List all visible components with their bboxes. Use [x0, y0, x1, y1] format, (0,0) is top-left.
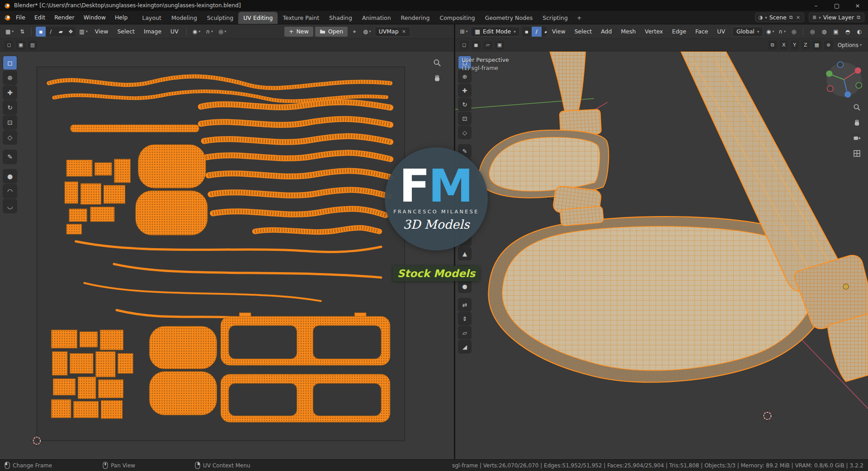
- gizmo-axis-z-neg[interactable]: [837, 62, 843, 68]
- xray-toggle[interactable]: ▣: [831, 27, 841, 37]
- uv-tool-transform[interactable]: ◇: [3, 131, 17, 144]
- tool-move[interactable]: ✚: [458, 84, 471, 97]
- shading-solid-toggle[interactable]: ◓: [843, 27, 853, 37]
- viewport-camera-widget[interactable]: [852, 133, 862, 143]
- tool-bevel[interactable]: ◆: [458, 205, 471, 218]
- options-dropdown[interactable]: Options ▾: [836, 40, 863, 50]
- transform-orientation-dropdown[interactable]: Global ▾: [732, 27, 763, 37]
- uv-zoom-widget[interactable]: [432, 58, 442, 68]
- tool-loop-cut[interactable]: ▤: [458, 219, 471, 232]
- menu-window[interactable]: Window: [80, 12, 110, 23]
- uv-tool-select-box[interactable]: ◻: [3, 56, 17, 70]
- tool-transform[interactable]: ◇: [458, 126, 471, 139]
- workspace-tab-animation[interactable]: Animation: [357, 12, 396, 24]
- tweak-option-3[interactable]: ▱: [483, 41, 492, 50]
- uv-tool-relax[interactable]: ◠: [3, 184, 17, 198]
- workspace-tab-texture-paint[interactable]: Texture Paint: [278, 12, 324, 24]
- workspace-tab-shading[interactable]: Shading: [324, 12, 357, 24]
- new-scene-icon[interactable]: ⧉: [789, 14, 793, 20]
- uv-sticky-mode-dropdown[interactable]: ▥ ▾: [77, 27, 89, 37]
- v3d-menu-select[interactable]: Select: [571, 27, 596, 36]
- gizmo-axis-z[interactable]: [844, 91, 851, 98]
- tool-scale[interactable]: ⊡: [458, 112, 471, 125]
- gizmo-axis-y-neg[interactable]: [856, 83, 862, 89]
- viewport-canvas[interactable]: User Perspective (1) sgl-frame ◻ ⊕ ✚ ↻ ⊡…: [455, 52, 868, 459]
- open-image-button[interactable]: Open: [315, 27, 348, 37]
- uv-island-frame-front-a[interactable]: [221, 313, 390, 365]
- mirror-z-toggle[interactable]: Z: [802, 41, 810, 50]
- workspace-tab-sculpting[interactable]: Sculpting: [202, 12, 238, 24]
- uv-overlay-toggle-1[interactable]: ◻: [5, 41, 14, 50]
- uv-select-mode-face[interactable]: ▰: [56, 27, 66, 37]
- blender-app-menu-icon[interactable]: [4, 14, 11, 21]
- tool-measure[interactable]: ⌒: [458, 159, 471, 171]
- tool-shear[interactable]: ▱: [458, 326, 471, 339]
- shading-rendered-toggle[interactable]: ◐: [854, 27, 864, 37]
- pivot-point-dropdown[interactable]: ◉ ▾: [765, 27, 775, 37]
- uv-tool-scale[interactable]: ⊡: [3, 116, 17, 129]
- editor-type-dropdown[interactable]: ▦ ▾: [4, 27, 15, 37]
- tool-rip-region[interactable]: ◢: [458, 340, 471, 353]
- workspace-tab-modeling[interactable]: Modeling: [166, 12, 202, 24]
- select-mode-face[interactable]: ▰: [542, 27, 547, 37]
- proportional-edit-toggle[interactable]: ◎: [789, 27, 799, 37]
- select-mode-vertex[interactable]: ▪: [522, 27, 532, 37]
- transform-mirror-icon[interactable]: ⧉: [768, 41, 777, 50]
- select-mode-edge[interactable]: ∕: [532, 27, 542, 37]
- uv-pivot-dropdown[interactable]: ◉ ▾: [191, 27, 203, 37]
- uv-tool-grab[interactable]: ●: [3, 170, 17, 183]
- tool-annotate[interactable]: ✎: [458, 145, 471, 157]
- uv-proportional-edit-dropdown[interactable]: ◎ ▾: [217, 27, 228, 37]
- tool-edge-slide[interactable]: ⇄: [458, 298, 471, 311]
- active-image-field[interactable]: UVMap ×: [375, 27, 410, 37]
- v3d-menu-vertex[interactable]: Vertex: [641, 27, 666, 36]
- add-workspace-button[interactable]: +: [573, 12, 586, 24]
- view-layer-selector[interactable]: ≣ ▾ View Layer ⧉: [809, 13, 864, 22]
- workspace-tab-scripting[interactable]: Scripting: [538, 12, 573, 24]
- workspace-tab-compositing[interactable]: Compositing: [434, 12, 480, 24]
- pin-image-toggle[interactable]: ⌖: [349, 27, 359, 37]
- gizmo-axis-x[interactable]: [854, 67, 861, 74]
- viewport-pan-widget[interactable]: [852, 118, 862, 127]
- uv-menu-select[interactable]: Select: [113, 27, 138, 36]
- v3d-menu-face[interactable]: Face: [692, 27, 712, 36]
- tool-smooth[interactable]: ●: [458, 280, 471, 292]
- show-overlays-toggle[interactable]: ◍: [819, 27, 829, 37]
- uv-tool-rotate[interactable]: ↻: [3, 101, 17, 114]
- minimize-button[interactable]: –: [806, 0, 826, 11]
- tool-knife[interactable]: ✂: [458, 233, 471, 246]
- uv-snap-dropdown[interactable]: ∩ ▾: [204, 27, 215, 37]
- menu-help[interactable]: Help: [111, 12, 132, 23]
- new-view-layer-icon[interactable]: ⧉: [856, 14, 861, 20]
- mode-dropdown[interactable]: ▦ Edit Mode ▾: [471, 27, 520, 37]
- close-button[interactable]: ×: [847, 0, 868, 11]
- close-image-icon[interactable]: ×: [401, 28, 406, 34]
- snap-target-icon[interactable]: ⊕: [824, 41, 833, 50]
- uv-tool-move[interactable]: ✚: [3, 86, 17, 99]
- uv-tool-pinch[interactable]: ◡: [3, 199, 17, 213]
- workspace-tab-geometry-nodes[interactable]: Geometry Nodes: [480, 12, 538, 24]
- tool-rotate[interactable]: ↻: [458, 98, 471, 111]
- tool-shrink-fatten[interactable]: ⇕: [458, 312, 471, 325]
- uv-select-mode-vertex[interactable]: ▪: [36, 27, 46, 37]
- gizmo-axis-x-neg[interactable]: [827, 86, 833, 92]
- editor-type-dropdown[interactable]: ⊞ ▾: [459, 27, 469, 37]
- tweak-option-2[interactable]: ◼: [472, 41, 481, 50]
- uv-island-lens-c[interactable]: [149, 326, 217, 369]
- workspace-tab-uv-editing[interactable]: UV Editing: [238, 12, 278, 24]
- uv-island-lens-d[interactable]: [149, 372, 217, 415]
- tool-poly-build[interactable]: ▲: [458, 247, 471, 260]
- scene-selector[interactable]: ◑ ▾ Scene ⧉ ×: [755, 13, 804, 22]
- uv-island-lens-a[interactable]: [138, 145, 206, 188]
- tool-inset-faces[interactable]: ▣: [458, 191, 471, 204]
- snap-grid-icon[interactable]: ▦: [812, 41, 821, 50]
- workspace-tab-rendering[interactable]: Rendering: [396, 12, 435, 24]
- uv-overlay-toggle-2[interactable]: ▣: [16, 41, 25, 50]
- uv-island-lens-b[interactable]: [136, 191, 208, 235]
- viewport-ortho-widget[interactable]: [852, 148, 862, 158]
- uv-canvas[interactable]: ◻ ⊕ ✚ ↻ ⊡ ◇ ✎ ● ◠ ◡: [0, 52, 454, 459]
- mirror-x-toggle[interactable]: X: [780, 41, 788, 50]
- workspace-tab-layout[interactable]: Layout: [137, 12, 166, 24]
- tool-spin[interactable]: ↺: [458, 266, 471, 278]
- uv-select-mode-island[interactable]: ❖: [66, 27, 75, 37]
